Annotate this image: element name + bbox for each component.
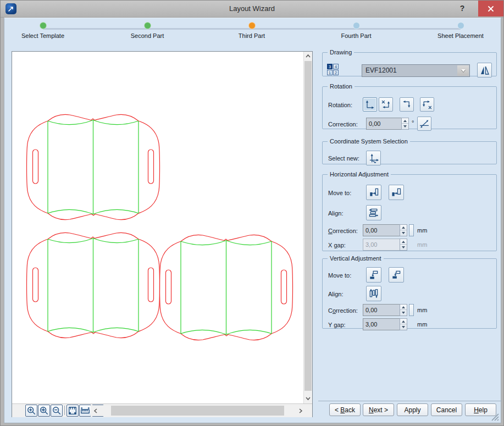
angle-by-line-button[interactable] — [417, 117, 431, 131]
chevron-left-icon — [93, 408, 98, 414]
scroll-right-button[interactable] — [296, 405, 305, 416]
mirror-icon — [479, 65, 490, 76]
title-bar: Layout Wizard ? — [1, 1, 503, 18]
vertical-correction-unit: mm — [417, 307, 427, 313]
fit-page-button[interactable] — [67, 405, 79, 417]
apply-button[interactable]: Apply — [397, 403, 428, 416]
spinner-up-icon — [400, 239, 407, 245]
scroll-left-button[interactable] — [91, 405, 100, 416]
spinner-down-icon[interactable] — [400, 324, 407, 329]
step-dot — [457, 22, 464, 29]
move-left-edge-button[interactable] — [366, 185, 381, 200]
move-right-edge-button[interactable] — [389, 185, 404, 200]
step-dot — [248, 22, 256, 29]
zoom-out-icon — [52, 406, 62, 416]
horizontal-correction-slider-button[interactable] — [409, 224, 414, 236]
move-bottom-edge-button[interactable] — [389, 267, 404, 283]
spinner-down-icon[interactable] — [400, 310, 407, 315]
vertical-correction-input[interactable] — [363, 304, 400, 316]
back-button[interactable]: < Back — [329, 403, 361, 416]
spinner-up-icon[interactable] — [400, 225, 407, 230]
horizontal-adjustment-group: Horizontal Adjustment Move to: Align: Co… — [322, 171, 497, 251]
rotate-90-button[interactable] — [379, 97, 393, 112]
vertical-scroll-thumb[interactable] — [304, 61, 312, 391]
vertical-scrollbar[interactable] — [303, 52, 312, 403]
zoom-extents-icon — [39, 406, 49, 416]
step-sheet-placement: Sheet Placement — [425, 22, 496, 39]
vertical-move-to-label: Move to: — [328, 272, 351, 279]
rotate-90-icon — [380, 99, 391, 110]
move-bottom-edge-icon — [391, 269, 402, 280]
rotate-0-icon — [364, 99, 375, 110]
y-gap-spinner[interactable] — [400, 318, 407, 330]
dialog-body: Select Template Second Part Third Part F… — [4, 18, 501, 423]
cancel-button[interactable]: Cancel — [431, 403, 462, 416]
rotate-180-button[interactable] — [400, 97, 414, 112]
chevron-right-icon — [298, 408, 303, 414]
horizontal-correction-input[interactable] — [363, 224, 400, 236]
spinner-up-icon[interactable] — [400, 305, 407, 310]
angle-by-line-icon — [419, 118, 430, 129]
scroll-up-button[interactable] — [304, 52, 312, 60]
horizontal-correction-unit: mm — [417, 227, 427, 234]
horizontal-align-button[interactable] — [366, 205, 381, 220]
close-button[interactable] — [478, 1, 503, 16]
rotation-correction-input[interactable] — [366, 118, 402, 130]
measure-button[interactable] — [79, 405, 91, 417]
select-new-label: Select new: — [328, 155, 359, 162]
move-left-edge-icon — [368, 187, 379, 198]
rotate-180-icon — [401, 99, 412, 110]
vertical-correction-spinner[interactable] — [400, 304, 407, 316]
rotation-group-legend: Rotation — [328, 83, 355, 90]
step-select-template: Select Template — [7, 22, 79, 39]
help-icon[interactable]: ? — [453, 1, 472, 16]
quadrant-selector-icon: 3 4 1 2 — [327, 64, 339, 76]
zoom-extents-button[interactable] — [38, 405, 50, 417]
rotate-270-icon — [422, 99, 433, 110]
rotation-label: Rotation: — [328, 102, 352, 108]
x-gap-label: X gap: — [328, 242, 346, 248]
spinner-up-icon[interactable] — [402, 118, 408, 124]
move-top-edge-button[interactable] — [366, 267, 381, 283]
step-dot — [353, 22, 360, 29]
coordinate-system-group: Coordinate System Selection Select new: — [322, 138, 497, 164]
horizontal-move-to-label: Move to: — [328, 190, 351, 196]
spinner-up-icon[interactable] — [400, 319, 407, 324]
align-center-horizontal-icon — [368, 207, 379, 218]
rotate-270-button[interactable] — [420, 97, 434, 112]
vertical-align-label: Align: — [328, 291, 344, 297]
rotate-0-button[interactable] — [363, 97, 377, 112]
zoom-out-button[interactable] — [51, 405, 63, 417]
rotation-correction-spinner[interactable] — [401, 118, 409, 130]
drawing-group: Drawing 3 4 1 2 EVF12001 — [322, 49, 497, 76]
dropdown-arrow-icon[interactable] — [457, 65, 469, 76]
spinner-down-icon[interactable] — [402, 124, 408, 129]
zoom-in-button[interactable] — [25, 405, 37, 417]
select-coordinate-system-button[interactable] — [366, 151, 381, 165]
next-button[interactable]: Next > — [363, 403, 394, 416]
drawing-select[interactable]: EVF12001 — [362, 64, 470, 77]
horizontal-align-label: Align: — [328, 210, 344, 217]
horizontal-scrollbar[interactable] — [91, 405, 305, 416]
scroll-down-button[interactable] — [304, 394, 312, 403]
footer-separator — [318, 401, 502, 401]
vertical-correction-label: Correction: — [328, 307, 358, 314]
resize-grip-icon — [491, 413, 500, 422]
zoom-in-icon — [26, 406, 36, 416]
y-gap-label: Y gap: — [328, 322, 346, 328]
step-dot — [144, 22, 151, 29]
die-layout-drawing — [12, 52, 303, 403]
chevron-up-icon — [305, 54, 311, 58]
y-gap-unit: mm — [417, 321, 427, 328]
mirror-button[interactable] — [477, 63, 492, 78]
layout-canvas[interactable] — [12, 52, 303, 403]
resize-grip[interactable] — [491, 413, 500, 422]
rotation-unit-label: ° — [412, 119, 414, 126]
vertical-correction-slider-button[interactable] — [409, 304, 414, 316]
horizontal-scroll-thumb[interactable] — [111, 406, 284, 416]
vertical-group-legend: Vertical Adjustment — [328, 255, 384, 262]
spinner-down-icon[interactable] — [400, 230, 407, 235]
vertical-align-button[interactable] — [366, 286, 381, 301]
y-gap-input[interactable] — [363, 318, 400, 330]
horizontal-correction-spinner[interactable] — [400, 224, 407, 236]
